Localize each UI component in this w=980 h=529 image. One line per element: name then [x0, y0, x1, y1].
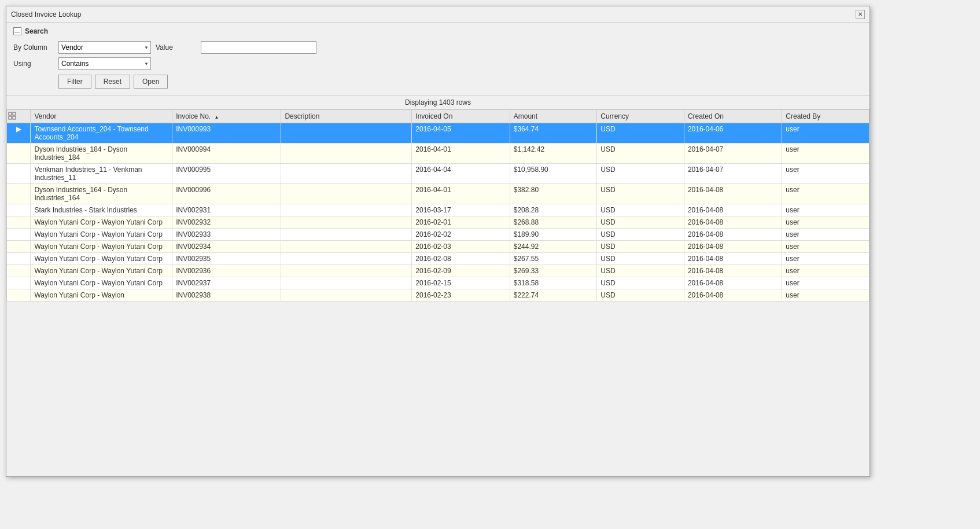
description-cell: [281, 241, 412, 253]
invoiced-on-cell: 2016-02-15: [412, 277, 510, 289]
currency-cell: USD: [597, 184, 684, 204]
invoice-no-cell: INV000994: [172, 144, 281, 164]
th-invoice[interactable]: Invoice No. ▲: [172, 110, 281, 123]
vendor-cell: Waylon Yutani Corp - Waylon Yutani Corp: [31, 253, 172, 265]
vendor-cell: Townsend Accounts_204 - Townsend Account…: [31, 123, 172, 144]
amount-cell: $268.88: [510, 216, 597, 229]
invoiced-on-cell: 2016-04-05: [412, 123, 510, 144]
amount-cell: $222.74: [510, 289, 597, 302]
created-by-cell: user: [782, 216, 870, 229]
invoiced-on-cell: 2016-02-03: [412, 241, 510, 253]
table-row[interactable]: Waylon Yutani Corp - WaylonINV0029382016…: [7, 289, 870, 302]
amount-cell: $267.55: [510, 253, 597, 265]
table-row[interactable]: Waylon Yutani Corp - Waylon Yutani CorpI…: [7, 216, 870, 229]
table-row[interactable]: Stark Industries - Stark IndustriesINV00…: [7, 204, 870, 216]
created-on-cell: 2016-04-08: [684, 216, 782, 229]
svg-rect-0: [9, 112, 12, 115]
vendor-cell: Waylon Yutani Corp - Waylon Yutani Corp: [31, 216, 172, 229]
table-row[interactable]: Waylon Yutani Corp - Waylon Yutani CorpI…: [7, 265, 870, 277]
row-indicator: [7, 253, 31, 265]
created-by-cell: user: [782, 289, 870, 302]
th-invoiced-on[interactable]: Invoiced On: [412, 110, 510, 123]
table-row[interactable]: Dyson Industries_164 - Dyson Industries_…: [7, 184, 870, 204]
created-on-cell: 2016-04-08: [684, 204, 782, 216]
row-indicator: [7, 216, 31, 229]
search-header: — Search: [13, 27, 863, 35]
table-row[interactable]: ▶Townsend Accounts_204 - Townsend Accoun…: [7, 123, 870, 144]
invoice-no-cell: INV002937: [172, 277, 281, 289]
by-column-label: By Column: [13, 43, 54, 52]
created-on-cell: 2016-04-07: [684, 164, 782, 184]
created-on-cell: 2016-04-08: [684, 265, 782, 277]
th-currency[interactable]: Currency: [597, 110, 684, 123]
invoice-no-cell: INV000993: [172, 123, 281, 144]
grid-container: Vendor Invoice No. ▲ Description Invoice…: [6, 109, 870, 476]
description-cell: [281, 253, 412, 265]
invoiced-on-cell: 2016-02-01: [412, 216, 510, 229]
amount-cell: $208.28: [510, 204, 597, 216]
svg-rect-2: [9, 116, 12, 119]
invoiced-on-cell: 2016-04-01: [412, 184, 510, 204]
vendor-cell: Waylon Yutani Corp - Waylon Yutani Corp: [31, 229, 172, 241]
th-vendor[interactable]: Vendor: [31, 110, 172, 123]
amount-cell: $318.58: [510, 277, 597, 289]
using-select-wrapper: Contains Starts With Ends With Equals: [58, 57, 151, 70]
invoice-no-cell: INV000996: [172, 184, 281, 204]
invoiced-on-cell: 2016-04-01: [412, 144, 510, 164]
created-by-cell: user: [782, 123, 870, 144]
table-row[interactable]: Waylon Yutani Corp - Waylon Yutani CorpI…: [7, 229, 870, 241]
amount-cell: $1,142.42: [510, 144, 597, 164]
sort-arrow-invoice: ▲: [215, 115, 219, 120]
close-button[interactable]: ✕: [856, 10, 865, 19]
invoice-no-cell: INV002931: [172, 204, 281, 216]
svg-rect-1: [13, 112, 16, 115]
created-on-cell: 2016-04-08: [684, 253, 782, 265]
table-row[interactable]: Waylon Yutani Corp - Waylon Yutani CorpI…: [7, 241, 870, 253]
vendor-cell: Waylon Yutani Corp - Waylon Yutani Corp: [31, 265, 172, 277]
grid-icon: [8, 112, 16, 120]
by-column-select[interactable]: Vendor Invoice No. Description Invoiced …: [58, 41, 151, 54]
row-indicator: [7, 277, 31, 289]
value-input[interactable]: [201, 41, 316, 54]
description-cell: [281, 184, 412, 204]
invoiced-on-cell: 2016-04-04: [412, 164, 510, 184]
created-by-cell: user: [782, 241, 870, 253]
row-indicator: [7, 164, 31, 184]
description-cell: [281, 164, 412, 184]
invoiced-on-cell: 2016-02-23: [412, 289, 510, 302]
open-button[interactable]: Open: [134, 75, 168, 89]
vendor-cell: Stark Industries - Stark Industries: [31, 204, 172, 216]
table-row[interactable]: Waylon Yutani Corp - Waylon Yutani CorpI…: [7, 277, 870, 289]
currency-cell: USD: [597, 123, 684, 144]
created-on-cell: 2016-04-08: [684, 241, 782, 253]
description-cell: [281, 277, 412, 289]
th-amount[interactable]: Amount: [510, 110, 597, 123]
filter-button[interactable]: Filter: [58, 75, 91, 89]
title-bar: Closed Invoice Lookup ✕: [6, 6, 870, 23]
currency-cell: USD: [597, 216, 684, 229]
currency-cell: USD: [597, 144, 684, 164]
currency-cell: USD: [597, 253, 684, 265]
invoice-no-cell: INV000995: [172, 164, 281, 184]
row-indicator: [7, 204, 31, 216]
created-on-cell: 2016-04-06: [684, 123, 782, 144]
table-row[interactable]: Waylon Yutani Corp - Waylon Yutani CorpI…: [7, 253, 870, 265]
svg-rect-3: [13, 116, 16, 119]
table-row[interactable]: Dyson Industries_184 - Dyson Industries_…: [7, 144, 870, 164]
collapse-button[interactable]: —: [13, 27, 21, 35]
table-row[interactable]: Venkman Industries_11 - Venkman Industri…: [7, 164, 870, 184]
th-created-on[interactable]: Created On: [684, 110, 782, 123]
description-cell: [281, 204, 412, 216]
using-label: Using: [13, 60, 54, 68]
description-cell: [281, 144, 412, 164]
using-select[interactable]: Contains Starts With Ends With Equals: [58, 57, 151, 70]
row-indicator: [7, 229, 31, 241]
th-description[interactable]: Description: [281, 110, 412, 123]
reset-button[interactable]: Reset: [95, 75, 130, 89]
created-by-cell: user: [782, 164, 870, 184]
grid-wrapper[interactable]: Vendor Invoice No. ▲ Description Invoice…: [6, 109, 870, 302]
invoiced-on-cell: 2016-02-08: [412, 253, 510, 265]
action-buttons: Filter Reset Open: [58, 75, 863, 89]
th-created-by[interactable]: Created By: [782, 110, 870, 123]
vendor-cell: Waylon Yutani Corp - Waylon Yutani Corp: [31, 241, 172, 253]
